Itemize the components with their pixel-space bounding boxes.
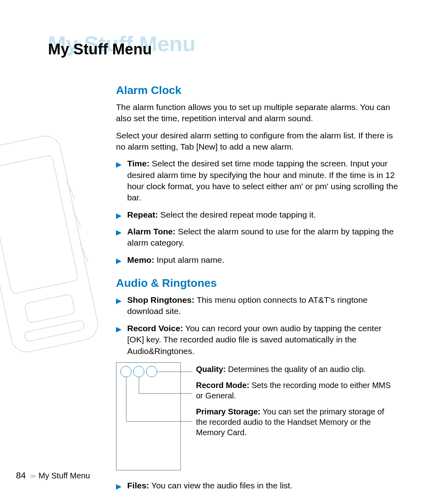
arrow-icon: ▶	[116, 211, 122, 220]
bullet-files: ▶ Files: You can view the audio files in…	[116, 480, 400, 491]
diagram-circle-1	[120, 366, 132, 377]
diagram-label-title: Primary Storage:	[196, 407, 260, 416]
diagram-label-title: Record Mode:	[196, 381, 249, 390]
bullet-record-voice: ▶ Record Voice: You can record your own …	[116, 323, 400, 357]
bullet-label: Alarm Tone:	[127, 227, 176, 236]
bullet-alarm-tone: ▶ Alarm Tone: Select the alarm sound to …	[116, 226, 400, 249]
diagram-connector	[126, 421, 192, 422]
page-footer: 84 >> My Stuff Menu	[16, 470, 90, 481]
arrow-icon: ▶	[116, 324, 122, 334]
diagram-screen-rect	[116, 362, 181, 470]
record-voice-diagram: Quality: Determines the quality of an au…	[116, 362, 400, 474]
bullet-text: Select the desired repeat mode tapping i…	[158, 210, 316, 219]
bullet-label: Memo:	[127, 255, 154, 264]
bullet-text: You can view the audio files in the list…	[149, 481, 292, 490]
section-audio: Audio & Ringtones ▶ Shop Ringtones: This…	[116, 277, 400, 491]
page-title-block: My Stuff Menu My Stuff Menu	[48, 31, 196, 56]
bullet-time: ▶ Time: Select the desired set time mode…	[116, 158, 400, 203]
bullet-label: Record Voice:	[127, 324, 183, 333]
bullet-text: Select the desired set time mode tapping…	[127, 159, 398, 202]
bullet-memo: ▶ Memo: Input alarm name.	[116, 254, 400, 266]
diagram-connector	[157, 372, 192, 372]
diagram-circle-2	[133, 366, 144, 377]
diagram-label-title: Quality:	[196, 365, 226, 374]
svg-rect-2	[24, 294, 75, 323]
svg-rect-0	[0, 133, 101, 355]
arrow-icon: ▶	[116, 482, 122, 491]
footer-chevron-icon: >>	[30, 473, 35, 480]
para-alarm-1: The alarm function allows you to set up …	[116, 102, 400, 124]
heading-alarm-clock: Alarm Clock	[116, 84, 400, 97]
bullet-shop-ringtones: ▶ Shop Ringtones: This menu option conne…	[116, 294, 400, 317]
diagram-label-record-mode: Record Mode: Sets the recording mode to …	[196, 380, 396, 401]
arrow-icon: ▶	[116, 160, 122, 169]
diagram-connector	[126, 377, 126, 421]
bullet-label: Time:	[127, 159, 150, 168]
para-alarm-2: Select your desired alarm setting to con…	[116, 130, 400, 153]
content-area: Alarm Clock The alarm function allows yo…	[116, 84, 400, 497]
svg-rect-3	[24, 320, 85, 342]
arrow-icon: ▶	[116, 228, 122, 237]
page-number: 84	[16, 470, 26, 480]
bullet-text: Input alarm name.	[154, 255, 224, 264]
bullet-label: Files:	[127, 481, 149, 490]
bullet-label: Shop Ringtones:	[127, 295, 194, 304]
footer-section-name: My Stuff Menu	[38, 471, 90, 480]
diagram-labels: Quality: Determines the quality of an au…	[196, 364, 396, 443]
heading-audio-ringtones: Audio & Ringtones	[116, 277, 400, 290]
bullet-repeat: ▶ Repeat: Select the desired repeat mode…	[116, 209, 400, 220]
bullet-label: Repeat:	[127, 210, 158, 219]
diagram-circle-3	[146, 366, 157, 377]
arrow-icon: ▶	[116, 296, 122, 306]
page-title: My Stuff Menu	[48, 41, 152, 58]
diagram-label-primary-storage: Primary Storage: You can set the primary…	[196, 406, 396, 438]
phone-illustration	[0, 132, 104, 372]
arrow-icon: ▶	[116, 256, 122, 266]
diagram-connector	[139, 377, 139, 393]
diagram-label-quality: Quality: Determines the quality of an au…	[196, 364, 396, 374]
diagram-label-text: Determines the quality of an audio clip.	[226, 365, 366, 374]
diagram-connector	[139, 393, 192, 394]
